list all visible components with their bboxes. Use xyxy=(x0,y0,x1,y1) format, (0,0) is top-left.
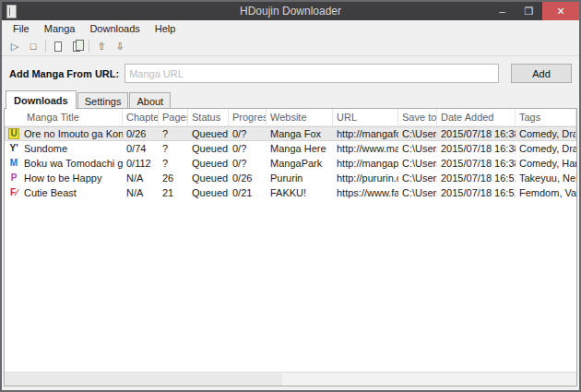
col-header-progress[interactable]: Progress xyxy=(229,109,267,125)
progress-cell: 0/? xyxy=(229,156,267,171)
website-cell: MangaPark xyxy=(267,156,333,171)
manga-url-input[interactable] xyxy=(125,64,499,83)
table-row[interactable]: F∕ Cutie Beast N/A 21 Queued 0/21 FAKKU!… xyxy=(5,185,576,200)
pages-cell: ? xyxy=(159,141,188,156)
save-to-cell: C:\Users... xyxy=(398,156,437,171)
status-cell: Queued xyxy=(188,171,229,185)
manga-title: Cutie Beast xyxy=(24,187,77,198)
tab-downloads[interactable]: Downloads xyxy=(6,90,77,109)
date-added-cell: 2015/07/18 16:38:48 xyxy=(437,156,516,171)
save-to-cell: C:\Users... xyxy=(398,126,437,141)
pages-cell: 21 xyxy=(159,185,188,200)
url-cell: http://mangapar... xyxy=(333,156,398,171)
pages-cell: 26 xyxy=(159,171,188,185)
table-row[interactable]: P How to be Happy N/A 26 Queued 0/26 Pur… xyxy=(5,171,576,185)
table-row[interactable]: Y' Sundome 0/74 ? Queued 0/? Manga Here … xyxy=(5,141,576,156)
move-down-icon[interactable]: ⇩ xyxy=(111,38,129,54)
add-manga-bar: Add Manga From URL: Add xyxy=(2,56,579,90)
col-header-tags[interactable]: Tags xyxy=(516,109,576,125)
tags-cell: Comedy, Dra... xyxy=(516,126,576,141)
col-header-website[interactable]: Website xyxy=(267,109,333,125)
close-button[interactable]: ✕ xyxy=(542,2,579,20)
chapters-cell: N/A xyxy=(123,171,159,185)
title-bar[interactable]: HDoujin Downloader – ❐ ✕ xyxy=(2,2,579,20)
col-header-save-to[interactable]: Save to xyxy=(398,109,437,125)
tab-strip: Downloads Settings About xyxy=(2,90,579,108)
toolbar-separator xyxy=(45,40,46,53)
progress-cell: 0/? xyxy=(229,126,267,141)
menu-bar: File Manga Downloads Help xyxy=(2,20,579,37)
date-added-cell: 2015/07/18 16:51:22 xyxy=(437,171,516,185)
save-to-cell: C:\Users... xyxy=(398,141,437,156)
manga-title-cell: U Ore no Imouto ga Konna ... xyxy=(5,126,123,141)
manga-title-cell: Y' Sundome xyxy=(5,141,123,156)
move-up-icon[interactable]: ⇧ xyxy=(92,38,111,54)
col-header-chapters[interactable]: Chapters xyxy=(123,109,159,125)
col-header-date-added[interactable]: Date Added xyxy=(437,109,516,125)
tags-cell: Takeyuu, Nek... xyxy=(516,171,576,185)
status-cell: Queued xyxy=(188,141,229,156)
toolbar-separator xyxy=(89,40,89,53)
document-icon xyxy=(54,42,62,52)
pururin-favicon: P xyxy=(8,172,19,184)
table-row[interactable]: U Ore no Imouto ga Konna ... 0/26 ? Queu… xyxy=(5,126,576,141)
website-cell: Pururin xyxy=(267,171,333,185)
col-header-status[interactable]: Status xyxy=(188,109,229,125)
app-window: HDoujin Downloader – ❐ ✕ File Manga Down… xyxy=(0,0,581,392)
tags-cell: Femdom, Van... xyxy=(516,185,576,200)
manga-title: How to be Happy xyxy=(24,172,101,184)
mangafox-favicon: U xyxy=(8,128,19,139)
downloads-panel: Manga Title Chapters Pages Status Progre… xyxy=(4,108,577,386)
url-cell: http://mangafox... xyxy=(333,126,398,141)
chapters-cell: 0/74 xyxy=(123,141,159,156)
tags-cell: Comedy, Har... xyxy=(516,156,576,171)
save-to-cell: C:\Users... xyxy=(398,171,437,185)
stop-downloads-icon[interactable]: □ xyxy=(24,38,42,54)
status-cell: Queued xyxy=(188,126,229,141)
progress-cell: 0/21 xyxy=(229,185,267,200)
manga-title: Ore no Imouto ga Konna ... xyxy=(24,128,123,139)
website-cell: FAKKU! xyxy=(267,185,333,200)
url-cell: http://www.man... xyxy=(333,141,398,156)
minimize-button[interactable]: – xyxy=(489,2,516,20)
status-cell: Queued xyxy=(188,156,229,171)
table-row[interactable]: M Boku wa Tomodachi ga S... 0/112 ? Queu… xyxy=(5,156,576,171)
menu-help[interactable]: Help xyxy=(148,21,184,36)
menu-file[interactable]: File xyxy=(6,21,37,36)
tags-cell: Comedy, Dra... xyxy=(516,141,576,156)
chapters-cell: 0/112 xyxy=(123,156,159,171)
mangapark-favicon: M xyxy=(8,158,19,169)
save-to-cell: C:\Users... xyxy=(398,185,437,200)
chapters-cell: 0/26 xyxy=(123,126,159,141)
manga-title-cell: P How to be Happy xyxy=(5,171,123,185)
manga-title: Boku wa Tomodachi ga S... xyxy=(24,158,123,169)
col-header-manga-title[interactable]: Manga Title xyxy=(5,109,123,125)
maximize-button[interactable]: ❐ xyxy=(516,2,542,20)
pages-cell: ? xyxy=(159,126,188,141)
toolbar: ▷ □ ⇧ ⇩ xyxy=(2,37,579,56)
menu-downloads[interactable]: Downloads xyxy=(82,21,147,36)
documents-stack-icon xyxy=(73,42,80,52)
horizontal-scrollbar[interactable] xyxy=(5,372,576,386)
remove-item-icon[interactable] xyxy=(49,38,67,54)
date-added-cell: 2015/07/18 16:51:49 xyxy=(437,185,516,200)
fakku-favicon: F∕ xyxy=(8,187,19,198)
pages-cell: ? xyxy=(159,156,188,171)
progress-cell: 0/? xyxy=(229,141,267,156)
start-downloads-icon[interactable]: ▷ xyxy=(6,38,24,54)
tab-settings[interactable]: Settings xyxy=(77,92,129,109)
tab-about[interactable]: About xyxy=(129,92,171,109)
menu-manga[interactable]: Manga xyxy=(37,21,83,36)
copy-items-icon[interactable] xyxy=(67,38,86,54)
website-cell: Manga Fox xyxy=(267,126,333,141)
url-cell: http://pururin.co... xyxy=(333,171,398,185)
scrollbar-thumb[interactable] xyxy=(6,374,282,386)
list-empty-area xyxy=(5,200,576,372)
url-cell: https://www.fak... xyxy=(333,185,398,200)
mangahere-favicon: Y' xyxy=(8,143,19,154)
status-cell: Queued xyxy=(188,185,229,200)
date-added-cell: 2015/07/18 16:38:37 xyxy=(437,141,516,156)
col-header-url[interactable]: URL xyxy=(333,109,398,125)
add-button[interactable]: Add xyxy=(511,64,572,83)
col-header-pages[interactable]: Pages xyxy=(159,109,188,125)
